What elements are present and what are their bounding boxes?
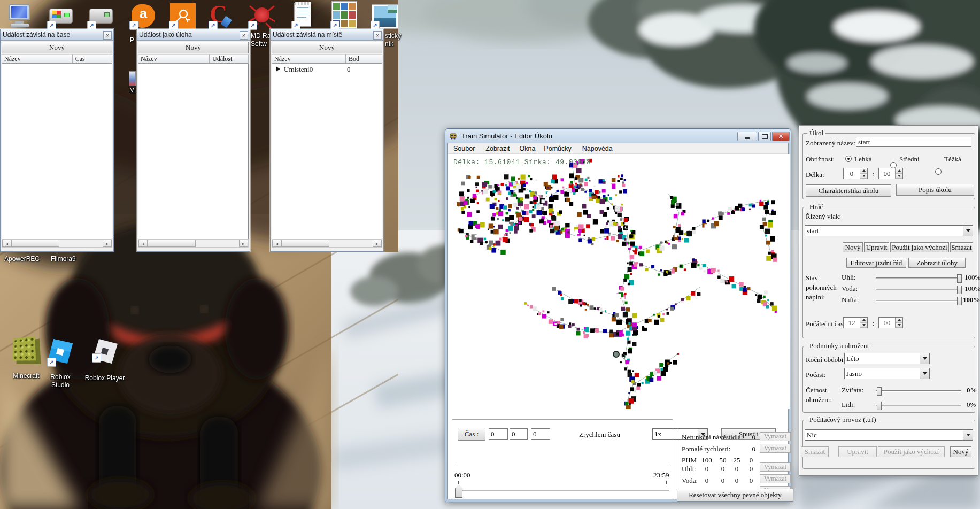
cas-button[interactable]: Čas :: [458, 428, 485, 441]
chevron-down-icon[interactable]: [920, 368, 929, 379]
spin-up-icon[interactable]: [860, 168, 867, 174]
computer-icon[interactable]: [6, 3, 33, 29]
gallery-icon[interactable]: ↗: [331, 1, 357, 29]
close-icon[interactable]: ×: [373, 31, 382, 40]
ccleaner-icon[interactable]: C ↗: [210, 3, 235, 29]
nafta-slider-track[interactable]: [876, 300, 961, 302]
scroll-thumb[interactable]: [148, 240, 196, 247]
panel-titlebar[interactable]: Událost závislá na místě: [271, 29, 383, 41]
time-slider-track[interactable]: [456, 490, 669, 491]
traffic-combobox[interactable]: Nic: [805, 429, 973, 441]
scroll-right-icon[interactable]: ►: [239, 240, 248, 247]
event-list[interactable]: Umisteni0 0: [272, 64, 382, 240]
length-minutes-spinner[interactable]: 00: [878, 168, 903, 179]
scroll-left-icon[interactable]: ◄: [2, 240, 11, 247]
spin-down-icon[interactable]: [860, 323, 867, 328]
desktop-label-filmora[interactable]: Filmora9: [51, 255, 76, 263]
red-app-icon[interactable]: ↗: [249, 3, 275, 29]
column-header-event[interactable]: Událost: [210, 54, 249, 64]
column-header-extra[interactable]: [109, 54, 112, 64]
traffic-edit-button[interactable]: Upravit: [838, 446, 877, 457]
display-name-field[interactable]: [856, 137, 971, 147]
pictures-icon[interactable]: ↗: [372, 4, 398, 29]
spin-down-icon[interactable]: [896, 174, 902, 179]
traffic-delete-button[interactable]: Smazat: [801, 446, 829, 457]
minimize-button[interactable]: [737, 132, 757, 141]
radio-tezka[interactable]: [935, 168, 942, 175]
panel-titlebar[interactable]: Událost závislá na čase: [1, 29, 113, 41]
time-field-3[interactable]: [531, 428, 550, 440]
clear-signals-button[interactable]: Vymazat: [760, 432, 791, 441]
uhli-slider-track[interactable]: [876, 277, 961, 279]
train-edit-button[interactable]: Upravit: [864, 242, 889, 252]
traffic-new-button[interactable]: Nový: [950, 446, 971, 457]
start-hours-spinner[interactable]: 12: [843, 317, 868, 328]
time-slider-thumb[interactable]: [455, 484, 462, 498]
characteristics-button[interactable]: Charakteristika úkolu: [806, 184, 891, 197]
scroll-thumb[interactable]: [11, 240, 59, 247]
event-list[interactable]: [138, 64, 249, 240]
description-button[interactable]: Popis úkolu: [896, 184, 974, 196]
close-button[interactable]: ×: [772, 132, 790, 141]
scroll-left-icon[interactable]: ◄: [272, 240, 281, 247]
spin-down-icon[interactable]: [896, 323, 902, 328]
desktop-label-apowerrec[interactable]: ApowerREC: [4, 255, 40, 263]
scroll-left-icon[interactable]: ◄: [138, 240, 148, 247]
radio-tezka-label[interactable]: Těžká: [944, 155, 961, 164]
clear-uhli-button[interactable]: Vymazat: [760, 462, 791, 472]
animals-slider-thumb[interactable]: [877, 387, 882, 396]
animals-slider-track[interactable]: [876, 390, 961, 392]
people-slider-track[interactable]: [876, 405, 961, 406]
new-event-button[interactable]: Nový: [138, 42, 249, 53]
menu-soubor[interactable]: Soubor: [450, 144, 478, 153]
spin-up-icon[interactable]: [860, 318, 867, 323]
start-minutes-spinner[interactable]: 00: [878, 317, 903, 328]
close-icon[interactable]: ×: [240, 31, 248, 40]
menu-zobrazit[interactable]: Zobrazit: [482, 144, 513, 153]
chevron-down-icon[interactable]: [920, 353, 929, 364]
spin-up-icon[interactable]: [896, 318, 902, 323]
voda-slider-track[interactable]: [876, 289, 961, 290]
maximize-button[interactable]: [758, 132, 771, 141]
scroll-right-icon[interactable]: ►: [373, 240, 382, 247]
column-header-name[interactable]: Název: [2, 54, 73, 64]
spin-up-icon[interactable]: [896, 168, 902, 174]
desktop-icon-minecraft[interactable]: Minecraft: [5, 336, 47, 382]
column-header-cas[interactable]: Cas: [73, 54, 109, 64]
avast-cleanup-icon[interactable]: ↗: [170, 3, 196, 29]
people-slider-thumb[interactable]: [877, 402, 882, 410]
spin-down-icon[interactable]: [860, 174, 867, 179]
chevron-down-icon[interactable]: [963, 226, 973, 236]
uhli-slider-thumb[interactable]: [957, 274, 962, 283]
reset-objects-button[interactable]: Resetovat všechny pevné objekty: [677, 489, 793, 502]
panel-titlebar[interactable]: Událost jako úloha: [137, 29, 250, 41]
show-tasks-button[interactable]: Zobrazit úlohy: [908, 258, 966, 268]
chevron-down-icon[interactable]: [963, 430, 973, 440]
horizontal-scrollbar[interactable]: ◄ ►: [2, 239, 112, 248]
season-combobox[interactable]: Léto: [844, 353, 930, 364]
traffic-default-button[interactable]: Použít jako výchozí: [878, 446, 945, 457]
close-icon[interactable]: ×: [103, 31, 112, 40]
expand-arrow-icon[interactable]: [276, 66, 280, 72]
edit-timetable-button[interactable]: Editovat jizdni řád: [846, 258, 906, 268]
map-location-marker[interactable]: [613, 351, 620, 358]
nafta-slider-thumb[interactable]: [957, 297, 962, 305]
menu-okna[interactable]: Okna: [516, 144, 538, 153]
column-header-name[interactable]: Název: [272, 54, 346, 64]
route-map-canvas[interactable]: [448, 154, 790, 409]
column-header-bod[interactable]: Bod: [346, 54, 382, 64]
avast-icon[interactable]: a ↗: [130, 3, 156, 29]
voda-slider-thumb[interactable]: [957, 286, 962, 294]
scroll-thumb[interactable]: [281, 240, 329, 247]
driven-train-combobox[interactable]: start: [805, 225, 973, 236]
radio-lehka[interactable]: [845, 156, 852, 162]
notepad-icon[interactable]: ↗: [292, 2, 314, 29]
menu-napoveda[interactable]: Nápověda: [579, 144, 616, 153]
train-default-button[interactable]: Použit jako výchozi: [890, 242, 949, 252]
horizontal-scrollbar[interactable]: ◄ ►: [138, 239, 249, 248]
event-list[interactable]: [2, 64, 112, 240]
radio-lehka-label[interactable]: Lehká: [854, 155, 871, 164]
new-event-button[interactable]: Nový: [272, 42, 382, 53]
train-new-button[interactable]: Nový: [843, 242, 863, 252]
scroll-right-icon[interactable]: ►: [103, 240, 112, 247]
